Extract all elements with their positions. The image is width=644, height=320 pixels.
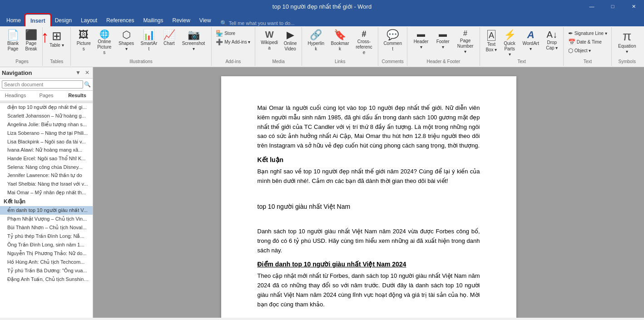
header-button[interactable]: ▬ Header ▾ [410,29,432,56]
list-item[interactable]: Scarlett Johansson – Nữ hoàng g... [0,112,93,120]
signature-line-button[interactable]: ✒ Signature Line ▾ [566,29,609,37]
list-item[interactable]: ểm danh top 10 người giàu nhất V... [0,206,93,215]
online-pictures-label: OnlinePictures [96,39,113,55]
tab-mailings[interactable]: Mailings [139,15,168,26]
shapes-button[interactable]: ⬡ Shapes ▾ [115,29,138,56]
minimize-button[interactable]: — [581,0,602,13]
date-time-button[interactable]: 📅 Date & Time [566,38,609,46]
page-break-button[interactable]: ⬛ PageBreak [23,29,40,56]
close-button[interactable]: ✕ [623,0,644,13]
tab-view[interactable]: View [195,15,216,26]
equation-label: Equation ▾ [616,44,638,54]
nav-search-input[interactable] [2,80,83,89]
tab-layout[interactable]: Layout [76,15,102,26]
bookmark-button[interactable]: 🔖 Bookmark [328,29,352,56]
cross-reference-button[interactable]: # Cross-reference [353,29,376,56]
pictures-label: Pictures [75,41,92,52]
wordart-button[interactable]: A WordArt ▾ [519,29,542,56]
document-page[interactable]: Mai Omar là người cuối cùng lọt vào top … [221,76,516,318]
ribbon-group-signature: ✒ Signature Line ▾ 📅 Date & Time ⬡ Objec… [564,27,612,66]
tab-references[interactable]: References [102,15,139,26]
list-item[interactable]: Yael Shelbia: Nàng thơ Israel với v... [0,180,93,188]
list-item[interactable]: Lisa Blackpink – Ngôi sao đa tài v... [0,138,93,146]
nav-toggle-button[interactable]: ▼ [74,69,82,76]
list-item[interactable]: Mai Omar – Mỹ nhân đẹp nhất th... [0,188,93,197]
tables-items: ⊞ Table ▾ [45,29,68,58]
paragraph-mai-omar: Mai Omar là người cuối cùng lọt vào top … [258,103,480,151]
text-box-label: TextBox ▾ [485,42,497,53]
list-item[interactable]: Đặng Anh Tuấn, Chủ tịch Sunshine... [0,275,93,284]
list-item[interactable]: Angelina Jolie: Biểu tượng nhan s... [0,120,93,129]
drop-cap-button[interactable]: A↓ DropCap ▾ [543,29,560,56]
nav-tab-headings[interactable]: Headings [0,91,31,101]
ribbon-group-text: A TextBox ▾ ⚡ QuickParts ▾ A WordArt ▾ A… [480,27,564,66]
store-button[interactable]: 🏪 Store [214,29,252,37]
nav-header: Navigation ▼ ✕ [0,67,93,79]
list-item[interactable]: Bùi Thành Nhơn – Chủ tịch Noval... [0,223,93,232]
list-item[interactable]: Kết luận [0,197,93,206]
document-area[interactable]: Mai Omar là người cuối cùng lọt vào top … [93,67,644,318]
maximize-button[interactable]: □ [602,0,623,13]
section-title-giau: top 10 người giàu nhất Việt Nam [258,202,480,212]
doc-gap-3 [258,314,480,318]
tab-design[interactable]: Design [50,15,76,26]
wordart-label: WordArt ▾ [521,41,540,52]
my-addins-button[interactable]: ➕ My Add-ins ▾ [214,38,252,46]
tab-home[interactable]: Home [2,15,25,26]
media-group-label: Media [272,58,284,64]
nav-close-button[interactable]: ✕ [84,69,91,76]
list-item[interactable]: Ivana Alawí: Nữ hoàng mang xã... [0,146,93,154]
pictures-button[interactable]: 🖼 Pictures [74,29,94,56]
list-item[interactable]: Ông Trần Đình Long, sinh năm 1... [0,241,93,249]
smartart-button[interactable]: 📊 SmartArt [139,29,160,56]
list-item[interactable]: điện top 10 người đẹp nhất thế gi... [0,103,93,112]
hyperlink-button[interactable]: 🔗 Hyperlink [305,29,327,56]
blank-page-button[interactable]: 📄 BlankPage [5,29,22,56]
list-item[interactable]: Tỷ phú Trần Bá Dương: "Ông vua... [0,266,93,275]
footer-icon: ▬ [439,30,447,38]
wordart-icon: A [527,30,535,40]
tables-group-label: Tables [50,58,63,64]
wikipedia-button[interactable]: W Wikipedia [258,29,281,56]
blank-page-icon: 📄 [7,30,19,40]
object-button[interactable]: ⬡ Object ▾ [566,46,609,54]
addins-group-label: Add-ins [225,58,241,64]
tab-review[interactable]: Review [168,15,194,26]
tab-insert[interactable]: Insert [25,15,50,26]
signature-group-label: Text [584,58,592,64]
list-item[interactable]: Liza Soberano – Nàng thơ tại Phili... [0,129,93,138]
heading-diem-danh: Điểm danh top 10 người giàu nhất Việt Na… [258,261,480,268]
nav-tab-results[interactable]: Results [62,91,93,101]
table-button[interactable]: ⊞ Table ▾ [45,29,68,56]
comment-button[interactable]: 💬 Comment [381,29,404,56]
screenshot-label: Screenshot ▾ [180,41,206,52]
shapes-icon: ⬡ [122,30,131,40]
online-pictures-button[interactable]: 🌐 OnlinePictures [94,29,114,56]
text-box-button[interactable]: A TextBox ▾ [483,29,500,56]
header-label: Header ▾ [412,39,430,50]
list-item[interactable]: Hồ Hùng Anh: Chủ tịch Techcom... [0,258,93,266]
equation-button[interactable]: π Equation ▾ [614,29,639,56]
text-box-icon: A [487,30,495,41]
list-item[interactable]: Selena: Nàng công chúa Disney... [0,163,93,171]
screenshot-button[interactable]: 📷 Screenshot ▾ [178,29,208,56]
list-item[interactable]: Tỷ phú thép Trần Đình Long: Nắ... [0,232,93,241]
footer-button[interactable]: ▬ Footer ▾ [433,29,453,56]
list-item[interactable]: Nguyễn Thị Phương Thảo: Nữ do... [0,249,93,258]
nav-controls: ▼ ✕ [74,69,91,76]
paragraph-ket-luan: Bạn nghĩ sao về top 10 người đẹp nhất th… [258,167,480,186]
quick-parts-button[interactable]: ⚡ QuickParts ▾ [501,29,518,56]
online-video-button[interactable]: ▶ OnlineVideo [282,29,299,56]
list-item[interactable]: Jennifer Lawrence: Nữ thần tự do [0,171,93,180]
signature-line-label: Signature Line ▾ [575,31,607,36]
nav-search-bar: 🔍 [0,79,93,91]
drop-cap-icon: A↓ [547,30,557,39]
list-item[interactable]: Phạm Nhật Vượng – Chủ tịch Vin... [0,215,93,223]
nav-tab-pages[interactable]: Pages [31,91,62,101]
page-number-button[interactable]: # PageNumber ▾ [454,29,477,56]
chart-icon: 📈 [163,30,175,40]
chart-button[interactable]: 📈 Chart [160,29,178,56]
nav-search-button[interactable]: 🔍 [84,81,91,88]
list-item[interactable]: Hande Ercel: Ngôi sao Thổ Nhĩ K... [0,154,93,163]
main-area: Navigation ▼ ✕ 🔍 Headings Pages Results … [0,67,644,318]
